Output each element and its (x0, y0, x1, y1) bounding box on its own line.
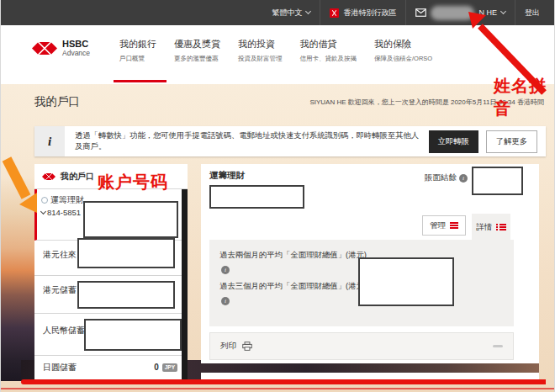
redaction-box (84, 319, 182, 351)
logout-label: 登出 (525, 8, 540, 19)
nav-menu: 我的銀行 戶口概覽 優惠及獎賞 更多的滙豐優惠 我的投資 投資及財富管理 我的借… (119, 38, 432, 63)
redaction-box (83, 201, 178, 238)
user-name-label: N HE (478, 8, 497, 17)
currency-badge: JPY (162, 363, 177, 372)
main-navbar: HSBC Advance 我的銀行 戶口概覽 優惠及獎賞 更多的滙豐優惠 我的投… (1, 25, 555, 84)
region-label: 香港特別行政區 (343, 8, 396, 19)
hsbc-logo-icon (42, 173, 56, 180)
manage-button[interactable]: 管理 (422, 215, 466, 236)
info-icon[interactable]: i (459, 174, 468, 183)
printer-icon (242, 342, 252, 351)
chevron-down-icon (305, 8, 311, 14)
hsbc-logo-icon (32, 42, 57, 55)
learn-more-button[interactable]: 了解更多 (486, 130, 537, 153)
sidebar-scrollbar[interactable] (182, 189, 188, 380)
transfer-now-button[interactable]: 立即轉賬 (429, 130, 478, 153)
mail-icon (415, 8, 426, 17)
account-detail-card: 運籌理財 賬面結餘 i 管理 詳情 過去兩個月的平均「全面理財總值」(港元) i… (201, 164, 539, 363)
account-detail-title: 運籌理財 (209, 170, 245, 182)
account-name: 港元往來 (43, 250, 77, 259)
banner-text: 透過「轉數快」功能，您可使用手提電話號碼、電郵地址或快速支付系統識別碼，即時轉賬… (75, 130, 420, 152)
hsbc-region-icon (330, 8, 339, 18)
info-icon[interactable]: i (221, 297, 230, 305)
balance-label-row: 賬面結餘 i (425, 172, 468, 183)
background-photo-left (1, 177, 34, 381)
info-icon: i (34, 126, 65, 156)
summary-row: 過去兩個月的平均「全面理財總值」(港元) i (219, 249, 376, 274)
redacted-name-blur (431, 6, 474, 20)
nav-item-my-lending[interactable]: 我的借貸 信用卡、貸款及按揭 (300, 38, 357, 63)
chevron-down-icon (500, 8, 506, 14)
annotation-name-pinyin: 姓名拼音 (494, 75, 554, 120)
annotation-red-underline (21, 379, 546, 384)
summary-row: 過去三個月的平均「全面理財總值」(港元) i (219, 280, 376, 305)
redaction-box (472, 167, 523, 195)
nav-item-offers-rewards[interactable]: 優惠及獎賞 更多的滙豐優惠 (174, 38, 220, 63)
chevron-down-icon[interactable] (40, 208, 46, 214)
redaction-box (77, 238, 175, 268)
page-title: 我的戶口 (34, 94, 80, 109)
list-icon (496, 224, 505, 231)
top-utility-bar: 繁體中文 香港特別行政區 N HE 登出 (1, 0, 555, 25)
account-select-icon[interactable] (41, 197, 48, 204)
account-name: 運籌理財 (50, 194, 84, 206)
nav-item-my-investments[interactable]: 我的投資 投資及財富管理 (238, 38, 283, 63)
annotation-red-underline-thin (1, 388, 555, 389)
balance-label: 賬面結餘 (425, 172, 457, 183)
redaction-box (209, 185, 304, 209)
hamburger-icon (450, 222, 458, 230)
account-number: 814-5851 (47, 208, 81, 217)
fps-info-banner: i 透過「轉數快」功能，您可使用手提電話號碼、電郵地址或快速支付系統識別碼，即時… (34, 126, 546, 156)
annotation-account-number: 账户号码 (98, 171, 168, 193)
account-sidebar: 我的戶口 運籌理財 814-5851 港元往來 港元儲蓄 人民幣儲蓄 日圓儲蓄 … (34, 164, 188, 380)
account-name: 日圓儲蓄 (43, 362, 77, 373)
language-selector[interactable]: 繁體中文 (262, 0, 320, 25)
hsbc-online-banking-screen: 繁體中文 香港特別行政區 N HE 登出 (0, 0, 555, 392)
account-balance: 0 (154, 363, 159, 372)
redaction-box (77, 281, 175, 309)
nav-item-my-banking[interactable]: 我的銀行 戶口概覽 (119, 38, 156, 63)
hsbc-brand[interactable]: HSBC Advance (32, 39, 90, 57)
account-item-jpy-savings[interactable]: 日圓儲蓄 0 JPY (34, 355, 188, 379)
details-tab[interactable]: 詳情 (472, 214, 510, 241)
region-selector[interactable]: 香港特別行政區 (320, 0, 405, 25)
user-menu[interactable]: N HE (406, 0, 515, 25)
brand-name: HSBC (62, 39, 90, 49)
scroll-dash (493, 345, 503, 347)
brand-tier: Advance (62, 49, 90, 57)
wealth-summary-panel: 過去兩個月的平均「全面理財總值」(港元) i 過去三個月的平均「全面理財總值」(… (209, 240, 514, 326)
account-name: 人民幣儲蓄 (43, 326, 85, 335)
language-label: 繁體中文 (272, 8, 302, 19)
logout-button[interactable]: 登出 (515, 0, 549, 25)
nav-item-my-insurance[interactable]: 我的保險 保障及強積金/ORSO (374, 38, 432, 63)
active-nav-indicator (114, 80, 166, 82)
sidebar-header-label: 我的戶口 (61, 171, 94, 183)
info-icon[interactable]: i (221, 266, 230, 274)
redaction-box (358, 257, 454, 306)
print-button[interactable]: 列印 (209, 332, 514, 360)
account-name: 港元儲蓄 (43, 285, 77, 294)
